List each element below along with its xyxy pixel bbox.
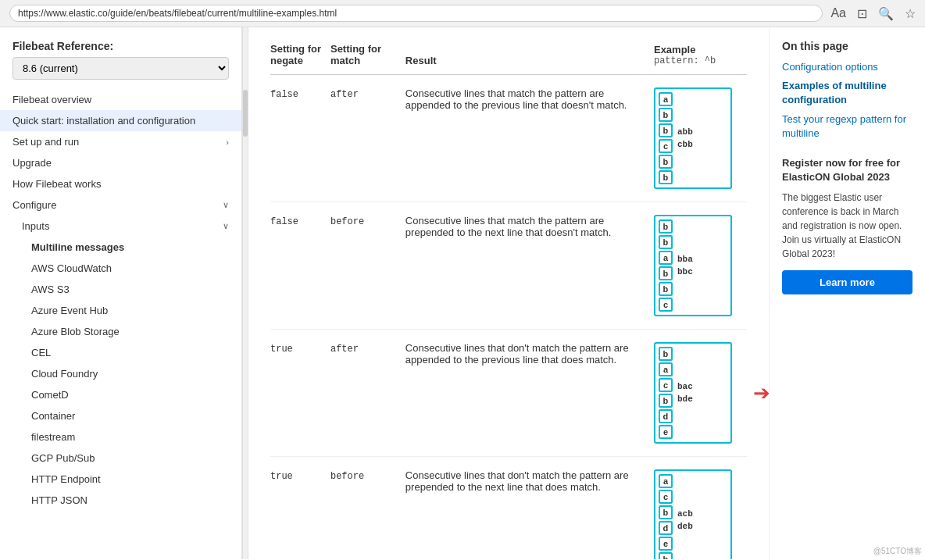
letter-a: a — [659, 474, 673, 488]
right-sidebar: On this page Configuration options Examp… — [769, 27, 925, 559]
letter-a: a — [659, 362, 673, 376]
negate-cell: true — [270, 330, 330, 457]
letter-b2: b — [659, 552, 673, 559]
letter-b2: b — [659, 235, 673, 249]
group-bbc: bbc — [677, 267, 693, 276]
example-cell arrow-cell: b a c b d e bac bde — [654, 330, 747, 457]
url-bar[interactable]: https://www.elastic.co/guide/en/beats/fi… — [9, 5, 823, 22]
match-cell: before — [330, 457, 405, 560]
match-cell: after — [330, 75, 405, 202]
sidebar-item-azure-blob-storage[interactable]: Azure Blob Storage — [0, 321, 241, 342]
negate-cell: true — [270, 457, 330, 560]
examples-table: Setting for negate Setting for match Res… — [270, 43, 747, 559]
sidebar-item-azure-event-hub[interactable]: Azure Event Hub — [0, 300, 241, 321]
sidebar-item-aws-s3[interactable]: AWS S3 — [0, 279, 241, 300]
letter-d: d — [659, 521, 673, 535]
letter-d: d — [659, 409, 673, 423]
letter-b3: b — [659, 155, 673, 169]
table-row: true after Consecutive lines that don't … — [270, 330, 747, 457]
sidebar-item-quick-start[interactable]: Quick start: installation and configurat… — [0, 110, 241, 131]
sidebar-item-aws-cloudwatch[interactable]: AWS CloudWatch — [0, 258, 241, 279]
group-deb: deb — [677, 522, 693, 531]
group-cbb: cbb — [677, 140, 693, 149]
header-example: Example pattern: ^b — [654, 43, 747, 75]
right-link-config-options[interactable]: Configuration options — [782, 60, 912, 74]
version-select[interactable]: 8.6 (current) — [12, 57, 229, 80]
right-link-test-regexp[interactable]: Test your regexp pattern for multiline — [782, 112, 912, 141]
sidebar-item-http-endpoint[interactable]: HTTP Endpoint — [0, 469, 241, 490]
sidebar-item-cel[interactable]: CEL — [0, 342, 241, 363]
text-size-icon[interactable]: Aa — [830, 6, 846, 21]
sidebar-title: Filebeat Reference: — [0, 37, 241, 57]
letter-a: a — [659, 92, 673, 106]
result-cell: Consecutive lines that match the pattern… — [405, 202, 654, 330]
browser-icons: Aa ⊡ 🔍 ☆ — [830, 6, 916, 21]
sidebar-item-multiline-messages[interactable]: Multiline messages — [0, 237, 241, 258]
table-row: false after Consecutive lines that match… — [270, 75, 747, 202]
chevron-down-icon-2: ∨ — [223, 221, 229, 231]
reader-mode-icon[interactable]: ⊡ — [857, 6, 867, 21]
browser-bar: https://www.elastic.co/guide/en/beats/fi… — [0, 0, 925, 27]
header-match: Setting for match — [330, 43, 405, 75]
letter-b: b — [659, 108, 673, 122]
match-cell: before — [330, 202, 405, 330]
sidebar-item-gcp-pub-sub[interactable]: GCP Pub/Sub — [0, 448, 241, 469]
sidebar-item-filebeat-overview[interactable]: Filebeat overview — [0, 89, 241, 110]
sidebar-item-cloud-foundry[interactable]: Cloud Foundry — [0, 363, 241, 384]
letter-b: b — [659, 505, 673, 519]
negate-cell: false — [270, 75, 330, 202]
example-cell: b b a b b c bba bbc — [654, 202, 747, 330]
sidebar-item-http-json[interactable]: HTTP JSON — [0, 490, 241, 511]
group-bde: bde — [677, 394, 693, 404]
letter-e: e — [659, 537, 673, 551]
bookmark-icon[interactable]: ☆ — [905, 6, 916, 21]
letter-b: b — [659, 219, 673, 234]
example-cell: a b b c b b abb cbb — [654, 75, 747, 202]
letter-b4: b — [659, 282, 673, 296]
promo-text: The biggest Elastic user conference is b… — [782, 191, 912, 261]
watermark: @51CTO博客 — [873, 546, 922, 557]
group-bba: bba — [677, 255, 693, 264]
group-bac: bac — [677, 382, 693, 391]
letter-c: c — [659, 378, 673, 392]
chevron-down-icon: ∨ — [223, 200, 229, 210]
letter-b4: b — [659, 170, 673, 184]
promo-title: Register now for free for ElasticON Glob… — [782, 156, 912, 184]
result-cell: Consecutive lines that don't match the p… — [405, 457, 654, 560]
on-this-page-title: On this page — [782, 40, 912, 52]
table-row: false before Consecutive lines that matc… — [270, 202, 747, 330]
sidebar-item-container[interactable]: Container — [0, 405, 241, 426]
sidebar-item-cometd[interactable]: CometD — [0, 384, 241, 405]
sidebar-item-configure[interactable]: Configure ∨ — [0, 194, 241, 216]
header-result: Result — [405, 43, 654, 75]
letter-e: e — [659, 425, 673, 439]
letter-a: a — [659, 251, 673, 265]
letter-b3: b — [659, 266, 673, 280]
letter-c: c — [659, 490, 673, 504]
search-icon[interactable]: 🔍 — [878, 6, 894, 21]
sidebar-item-upgrade[interactable]: Upgrade — [0, 152, 241, 173]
table-row: true before Consecutive lines that don't… — [270, 457, 747, 560]
sidebar-item-filestream[interactable]: filestream — [0, 426, 241, 448]
group-acb: acb — [677, 509, 693, 519]
promo-box: Register now for free for ElasticON Glob… — [782, 156, 912, 294]
example-cell: a c b d e b acb deb — [654, 457, 747, 560]
header-negate: Setting for negate — [270, 43, 330, 75]
sidebar-item-how-filebeat-works[interactable]: How Filebeat works — [0, 173, 241, 194]
result-cell: Consecutive lines that don't match the p… — [405, 330, 654, 457]
sidebar-item-inputs[interactable]: Inputs ∨ — [0, 216, 241, 237]
result-cell: Consecutive lines that match the pattern… — [405, 75, 654, 202]
negate-cell: false — [270, 202, 330, 330]
sidebar-scrollbar[interactable] — [242, 27, 248, 559]
letter-b2: b — [659, 394, 673, 408]
chevron-right-icon: › — [226, 137, 229, 147]
sidebar: Filebeat Reference: 8.6 (current) Filebe… — [0, 27, 242, 559]
letter-c: c — [659, 139, 673, 153]
right-link-examples[interactable]: Examples of multiline configuration — [782, 79, 912, 107]
group-abb: abb — [677, 127, 693, 137]
letter-b: b — [659, 347, 673, 361]
main-content: Setting for negate Setting for match Res… — [248, 27, 769, 559]
sidebar-item-set-up-and-run[interactable]: Set up and run › — [0, 131, 241, 152]
match-cell: after — [330, 330, 405, 457]
learn-more-button[interactable]: Learn more — [782, 270, 912, 294]
